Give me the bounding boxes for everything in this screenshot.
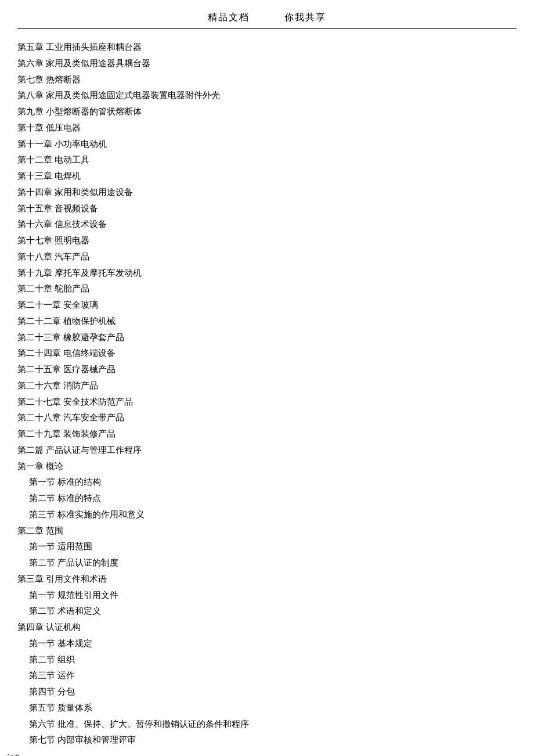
toc-item: 第二十七章 安全技术防范产品 xyxy=(17,394,517,411)
toc-item: 第六节 批准、保持、扩大、暂停和撤销认证的条件和程序 xyxy=(17,717,517,733)
toc-item: 第十三章 电焊机 xyxy=(17,168,517,185)
toc-item: 第六章 家用及类似用途器具耦台器 xyxy=(17,56,517,72)
toc-item: 第三节 运作 xyxy=(17,668,517,684)
toc-item: 第二节 标准的特点 xyxy=(17,491,517,507)
toc-item: 第五节 质量体系 xyxy=(17,700,517,717)
toc-item: 第十四章 家用和类似用途设备 xyxy=(17,185,517,201)
toc-item: 第九章 小型熔断器的管状熔断体 xyxy=(17,104,517,120)
toc-item: 第二节 产品认证的制度 xyxy=(17,555,517,571)
toc-item: 第十一章 小功率电动机 xyxy=(17,136,517,153)
page: 精品文档 你我共享 第五章 工业用插头插座和耦台器第六章 家用及类似用途器具耦台… xyxy=(0,0,534,756)
toc-item: 第四节 分包 xyxy=(17,684,517,700)
toc-item: 第二十一章 安全玻璃 xyxy=(17,297,517,314)
toc-item: 第十二章 电动工具 xyxy=(17,152,517,168)
toc-item: 第七章 热熔断器 xyxy=(17,72,517,88)
header-right: 你我共享 xyxy=(284,12,326,24)
toc-item: 第十六章 信息技术设备 xyxy=(17,217,517,233)
toc-item: 第一节 基本规定 xyxy=(17,636,517,652)
toc-item: 第七节 内部审核和管理评审 xyxy=(17,732,517,748)
toc-item: 第一章 概论 xyxy=(17,459,517,475)
toc-item: 第一节 适用范围 xyxy=(17,539,517,555)
toc-item: 第二十章 鸵胎产品 xyxy=(17,281,517,297)
toc-item: 第十七章 照明电器 xyxy=(17,233,517,249)
page-header: 精品文档 你我共享 xyxy=(17,12,517,29)
toc-item: 第四章 认证机构 xyxy=(17,620,517,636)
toc-item: 第二篇 产品认证与管理工作程序 xyxy=(17,442,517,459)
toc-item: 第二十六章 消防产品 xyxy=(17,378,517,394)
toc-item: 第三章 引用文件和术语 xyxy=(17,571,517,588)
toc-item: 第十章 低压电器 xyxy=(17,120,517,136)
bottom-label: At # xyxy=(6,752,19,756)
toc-item: 第一节 规范性引用文件 xyxy=(17,588,517,604)
header-left: 精品文档 xyxy=(208,12,250,24)
toc-item: 第二十九章 装饰装修产品 xyxy=(17,426,517,442)
toc-item: 第二十三章 橡胶避孕套产品 xyxy=(17,330,517,346)
toc-item: 第二十四章 电信终端设备 xyxy=(17,345,517,362)
toc-item: 第十五章 音视频设备 xyxy=(17,201,517,217)
toc-item: 第二十五章 医疗器械产品 xyxy=(17,362,517,378)
toc-item: 第十九章 摩托车及摩托车发动机 xyxy=(17,265,517,282)
toc-item: 第八章 家用及类似用途固定式电器装置电器附件外壳 xyxy=(17,88,517,104)
toc-item: 第二节 术语和定义 xyxy=(17,603,517,620)
toc-item: 第三节 标准实施的作用和意义 xyxy=(17,507,517,523)
toc-item: 第二十八章 汽车安全带产品 xyxy=(17,410,517,426)
header-text: 精品文档 你我共享 xyxy=(208,12,326,24)
toc-item: 第五章 工业用插头插座和耦台器 xyxy=(17,39,517,56)
toc-item: 第十八章 汽车产品 xyxy=(17,249,517,265)
toc-item: 第二节 组织 xyxy=(17,652,517,668)
toc-list: 第五章 工业用插头插座和耦台器第六章 家用及类似用途器具耦台器第七章 热熔断器第… xyxy=(17,39,517,748)
toc-item: 第二章 范围 xyxy=(17,523,517,539)
toc-item: 第一节 标准的结构 xyxy=(17,474,517,491)
toc-item: 第二十二章 植物保护机械 xyxy=(17,314,517,330)
